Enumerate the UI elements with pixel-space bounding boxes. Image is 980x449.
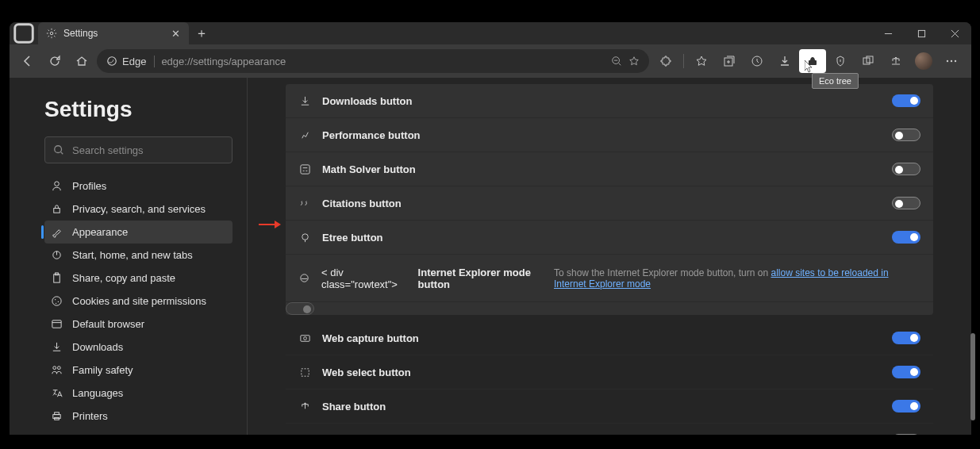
sidebar-item-appearance[interactable]: Appearance xyxy=(44,221,233,244)
row-performance-button: Performance button xyxy=(286,118,933,152)
favorites-button[interactable] xyxy=(688,49,715,73)
sidebar-item-label: Default browser xyxy=(72,318,144,330)
row-label: Share button xyxy=(322,401,386,413)
sidebar-item-label: Family safety xyxy=(72,364,133,376)
toggle-ie-mode xyxy=(286,302,314,315)
svg-line-9 xyxy=(619,63,621,66)
svg-rect-35 xyxy=(55,413,60,415)
tab-groups-button[interactable] xyxy=(855,49,882,73)
sidebar-item-label: Profiles xyxy=(72,180,106,192)
sidebar-item-printers[interactable]: Printers xyxy=(44,405,233,428)
extensions-button[interactable] xyxy=(652,49,679,73)
sidebar-item-languages[interactable]: Languages xyxy=(44,382,233,405)
history-button[interactable] xyxy=(744,49,771,73)
sidebar-item-profiles[interactable]: Profiles xyxy=(44,175,233,198)
row-discover-button: Discover button xyxy=(286,424,933,435)
scrollbar[interactable] xyxy=(970,71,977,443)
row-label: Internet Explorer mode button xyxy=(418,267,543,290)
tab-close-button[interactable]: ✕ xyxy=(168,28,183,40)
capture-icon xyxy=(298,332,311,344)
search-input[interactable] xyxy=(72,144,224,156)
address-url: edge://settings/appearance xyxy=(161,56,605,67)
address-bar[interactable]: Edge edge://settings/appearance xyxy=(97,49,649,73)
tab-title: Settings xyxy=(63,28,98,39)
sidebar-item-downloads[interactable]: Downloads xyxy=(44,336,233,359)
row-downloads-button: Downloads button xyxy=(286,84,933,118)
svg-point-29 xyxy=(56,303,56,304)
sidebar-item-share[interactable]: Share, copy and paste xyxy=(44,267,233,290)
system-icon xyxy=(51,433,63,435)
toggle-discover[interactable] xyxy=(892,434,920,435)
sidebar-title: Settings xyxy=(44,97,233,122)
scrollbar-thumb[interactable] xyxy=(970,333,975,420)
toggle-web-select[interactable] xyxy=(892,366,920,378)
new-tab-button[interactable]: ＋ xyxy=(189,22,214,44)
share-button[interactable] xyxy=(882,49,909,73)
row-citations-button: Citations button xyxy=(286,186,933,221)
svg-rect-24 xyxy=(54,274,60,282)
address-badge: Edge xyxy=(122,56,146,67)
window-close-button[interactable] xyxy=(938,22,971,44)
downloads-button[interactable] xyxy=(771,49,798,73)
tab-actions-button[interactable] xyxy=(10,22,38,44)
row-web-capture-button: Web capture button xyxy=(286,321,933,355)
refresh-button[interactable] xyxy=(43,49,67,73)
sidebar-item-default-browser[interactable]: Default browser xyxy=(44,313,233,336)
svg-rect-43 xyxy=(300,335,309,341)
search-icon xyxy=(53,144,64,155)
svg-rect-39 xyxy=(300,164,309,173)
settings-search[interactable] xyxy=(44,136,233,163)
toggle-performance[interactable] xyxy=(892,129,920,141)
clipboard-icon xyxy=(51,272,63,284)
ie-icon xyxy=(298,272,310,284)
edge-icon xyxy=(106,56,117,67)
svg-point-18 xyxy=(55,146,62,153)
sidebar-item-label: Privacy, search, and services xyxy=(72,203,206,215)
window-maximize-button[interactable] xyxy=(905,22,938,44)
svg-point-17 xyxy=(955,60,956,62)
favorite-star-icon[interactable] xyxy=(628,56,640,67)
sidebar-item-label: Share, copy and paste xyxy=(72,272,175,284)
sidebar-item-start[interactable]: Start, home, and new tabs xyxy=(44,244,233,267)
gear-icon xyxy=(46,28,57,39)
toggle-math-solver[interactable] xyxy=(892,163,920,175)
window-minimize-button[interactable] xyxy=(871,22,905,44)
row-label: Etree button xyxy=(322,232,383,244)
toggle-citations[interactable] xyxy=(892,197,920,209)
toggle-etree[interactable] xyxy=(892,231,920,244)
toggle-share[interactable] xyxy=(892,400,920,413)
row-label: Web select button xyxy=(322,366,411,378)
svg-point-16 xyxy=(951,60,952,62)
collections-button[interactable] xyxy=(716,49,743,73)
home-button[interactable] xyxy=(70,49,94,73)
menu-button[interactable] xyxy=(938,49,965,73)
zoom-out-icon[interactable] xyxy=(611,56,622,67)
browser-tab[interactable]: Settings ✕ xyxy=(38,22,189,44)
sidebar-item-cookies[interactable]: Cookies and site permissions xyxy=(44,290,233,313)
browser-icon xyxy=(51,318,63,330)
download-icon xyxy=(51,341,63,353)
lock-icon xyxy=(51,203,63,215)
row-label: Downloads button xyxy=(322,95,412,107)
cookie-icon xyxy=(51,295,63,307)
sidebar-item-family[interactable]: Family safety xyxy=(44,359,233,382)
toggle-web-capture[interactable] xyxy=(892,332,920,344)
sidebar-item-privacy[interactable]: Privacy, search, and services xyxy=(44,198,233,221)
svg-point-32 xyxy=(53,366,56,370)
svg-point-15 xyxy=(947,60,948,62)
row-math-solver-button: Math Solver button xyxy=(286,152,933,186)
sidebar-item-label: Start, home, and new tabs xyxy=(72,249,193,261)
profile-avatar[interactable] xyxy=(915,52,932,70)
svg-point-27 xyxy=(55,299,56,300)
annotation-arrow xyxy=(259,219,281,230)
family-icon xyxy=(51,364,63,376)
sidebar-item-system[interactable]: System and performance xyxy=(44,428,233,435)
sidebar-item-label: Cookies and site permissions xyxy=(72,295,206,307)
row-label: Web capture button xyxy=(322,332,419,344)
browser-essentials-button[interactable] xyxy=(827,49,854,73)
toggle-downloads[interactable] xyxy=(892,94,920,107)
sidebar-item-label: Appearance xyxy=(72,226,128,238)
sidebar-item-label: Languages xyxy=(72,387,123,399)
toolbar-buttons-list: Downloads button Performance button Math… xyxy=(286,84,933,315)
back-button[interactable] xyxy=(16,49,40,73)
